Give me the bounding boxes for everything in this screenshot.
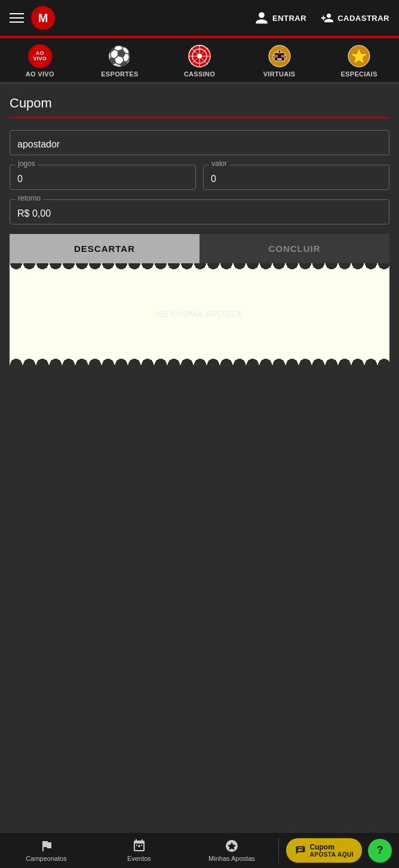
bottom-nav-right: Cupom APOSTA AQUI ? bbox=[279, 833, 399, 868]
nav-tabs: AOVIVO AO VIVO ⚽ ESPORTES CASSINO bbox=[0, 38, 399, 84]
especiais-icon bbox=[347, 44, 371, 68]
logo: M bbox=[31, 6, 55, 30]
header-left: M bbox=[10, 6, 55, 30]
tab-virtuais[interactable]: VIRTUAIS bbox=[240, 38, 320, 82]
apostador-row bbox=[10, 130, 389, 155]
cadastrar-label: CADASTRAR bbox=[337, 14, 389, 23]
apostador-field-wrapper bbox=[10, 130, 389, 155]
eventos-label: Eventos bbox=[127, 855, 151, 862]
person-icon bbox=[254, 11, 269, 25]
campeonatos-label: Campeonatos bbox=[26, 855, 67, 862]
retorno-input[interactable] bbox=[10, 199, 389, 224]
tab-cassino[interactable]: CASSINO bbox=[159, 38, 240, 82]
minhas-apostas-label: Minhas Apostas bbox=[208, 855, 255, 862]
tab-esportes[interactable]: ⚽ ESPORTES bbox=[80, 38, 160, 82]
svg-rect-14 bbox=[273, 56, 275, 59]
bottom-nav-campeonatos[interactable]: Campeonatos bbox=[0, 833, 93, 868]
retorno-field-wrapper: retorno bbox=[10, 199, 389, 224]
svg-rect-11 bbox=[277, 59, 282, 60]
header-right: ENTRAR CADASTRAR bbox=[254, 11, 389, 25]
tab-cassino-label: CASSINO bbox=[184, 70, 215, 78]
svg-marker-18 bbox=[138, 845, 140, 847]
tab-ao-vivo[interactable]: AOVIVO AO VIVO bbox=[0, 38, 80, 82]
ticket-body: NENHUMA APOSTA bbox=[10, 275, 389, 353]
cupom-receipt-icon bbox=[294, 845, 306, 857]
entrar-label: ENTRAR bbox=[272, 14, 306, 23]
ticket-top-edge bbox=[10, 263, 389, 275]
svg-rect-15 bbox=[284, 56, 286, 59]
entrar-button[interactable]: ENTRAR bbox=[254, 11, 306, 25]
roulette-icon bbox=[188, 45, 211, 67]
esportes-icon: ⚽ bbox=[108, 44, 131, 68]
form-row-valor: jogos valor bbox=[10, 165, 389, 190]
tab-virtuais-label: VIRTUAIS bbox=[263, 70, 296, 78]
minhas-apostas-icon bbox=[225, 839, 239, 853]
aposta-aqui-label: APOSTA AQUI bbox=[310, 851, 354, 858]
eventos-icon bbox=[132, 839, 146, 853]
cupom-title: Cupom bbox=[10, 96, 389, 111]
robot-icon bbox=[268, 45, 291, 67]
svg-point-13 bbox=[278, 50, 280, 51]
jogos-input[interactable] bbox=[10, 165, 196, 190]
tab-esportes-label: ESPORTES bbox=[101, 70, 138, 78]
valor-label: valor bbox=[209, 159, 229, 168]
bottom-nav-eventos[interactable]: Eventos bbox=[93, 833, 185, 868]
bottom-nav-minhas-apostas[interactable]: Minhas Apostas bbox=[185, 833, 278, 868]
star-icon bbox=[348, 45, 370, 67]
main-content: Cupom jogos valor retorno DESCARTAR CONC… bbox=[0, 84, 399, 365]
cupom-aposta-button[interactable]: Cupom APOSTA AQUI bbox=[286, 838, 362, 863]
add-person-icon bbox=[318, 11, 334, 24]
cupom-divider bbox=[10, 117, 389, 118]
tab-especiais[interactable]: ESPECIAIS bbox=[319, 38, 399, 82]
descartar-button[interactable]: DESCARTAR bbox=[10, 234, 200, 263]
ticket-container: NENHUMA APOSTA bbox=[10, 263, 389, 365]
svg-point-10 bbox=[281, 55, 284, 58]
ticket-bottom-edge bbox=[10, 353, 389, 365]
ticket-empty-text: NENHUMA APOSTA bbox=[156, 309, 242, 319]
retorno-row: retorno bbox=[10, 199, 389, 224]
virtuais-icon bbox=[268, 44, 291, 68]
valor-input[interactable] bbox=[203, 165, 389, 190]
help-button[interactable]: ? bbox=[368, 839, 392, 863]
svg-point-9 bbox=[275, 55, 278, 58]
cassino-icon bbox=[188, 44, 211, 68]
ao-vivo-badge: AOVIVO bbox=[33, 51, 47, 61]
valor-field-wrapper: valor bbox=[203, 165, 389, 190]
bottom-nav: Campeonatos Eventos Minhas Apostas bbox=[0, 832, 399, 868]
header: M ENTRAR CADASTRAR bbox=[0, 0, 399, 36]
apostador-input[interactable] bbox=[10, 130, 389, 155]
buttons-row: DESCARTAR CONCLUIR bbox=[10, 234, 389, 263]
ao-vivo-icon: AOVIVO bbox=[28, 44, 52, 68]
retorno-label: retorno bbox=[16, 194, 43, 202]
jogos-label: jogos bbox=[16, 159, 38, 168]
tab-ao-vivo-label: AO VIVO bbox=[26, 70, 54, 78]
cadastrar-button[interactable]: CADASTRAR bbox=[318, 11, 389, 24]
flag-icon bbox=[39, 839, 54, 853]
jogos-field-wrapper: jogos bbox=[10, 165, 196, 190]
help-label: ? bbox=[377, 844, 383, 857]
concluir-button[interactable]: CONCLUIR bbox=[200, 234, 389, 263]
menu-icon[interactable] bbox=[10, 13, 24, 23]
cupom-text-wrapper: Cupom APOSTA AQUI bbox=[310, 843, 354, 858]
tab-especiais-label: ESPECIAIS bbox=[340, 70, 377, 78]
cupom-label: Cupom bbox=[310, 843, 354, 851]
bottom-nav-left: Campeonatos Eventos Minhas Apostas bbox=[0, 833, 278, 868]
